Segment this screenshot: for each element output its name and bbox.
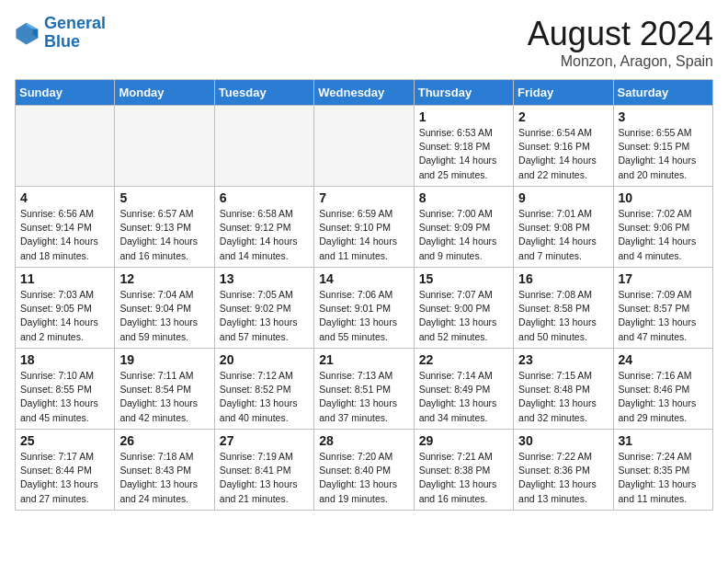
calendar-cell: 15Sunrise: 7:07 AM Sunset: 9:00 PM Dayli…	[414, 268, 513, 349]
day-info: Sunrise: 7:22 AM Sunset: 8:36 PM Dayligh…	[518, 450, 608, 506]
day-number: 8	[419, 190, 508, 205]
day-info: Sunrise: 7:16 AM Sunset: 8:46 PM Dayligh…	[619, 369, 708, 425]
col-header-wednesday: Wednesday	[314, 80, 414, 106]
calendar-cell: 31Sunrise: 7:24 AM Sunset: 8:35 PM Dayli…	[613, 430, 712, 511]
calendar-cell	[115, 106, 214, 187]
calendar-cell: 26Sunrise: 7:18 AM Sunset: 8:43 PM Dayli…	[115, 430, 214, 511]
week-row-1: 1Sunrise: 6:53 AM Sunset: 9:18 PM Daylig…	[16, 106, 713, 187]
day-number: 17	[619, 271, 708, 286]
day-number: 6	[220, 190, 309, 205]
day-number: 27	[220, 433, 309, 448]
day-number: 24	[619, 352, 708, 367]
day-info: Sunrise: 7:10 AM Sunset: 8:55 PM Dayligh…	[20, 369, 109, 425]
day-info: Sunrise: 7:08 AM Sunset: 8:58 PM Dayligh…	[518, 288, 608, 344]
day-number: 18	[20, 352, 109, 367]
day-number: 15	[419, 271, 508, 286]
col-header-thursday: Thursday	[414, 80, 513, 106]
calendar-cell: 17Sunrise: 7:09 AM Sunset: 8:57 PM Dayli…	[613, 268, 712, 349]
day-number: 28	[319, 433, 408, 448]
title-section: August 2024 Monzon, Aragon, Spain	[528, 15, 713, 70]
calendar-cell: 29Sunrise: 7:21 AM Sunset: 8:38 PM Dayli…	[414, 430, 513, 511]
day-number: 19	[119, 352, 209, 367]
week-row-4: 18Sunrise: 7:10 AM Sunset: 8:55 PM Dayli…	[16, 349, 713, 430]
calendar-table: SundayMondayTuesdayWednesdayThursdayFrid…	[15, 79, 713, 511]
day-info: Sunrise: 6:59 AM Sunset: 9:10 PM Dayligh…	[319, 207, 408, 263]
calendar-cell: 30Sunrise: 7:22 AM Sunset: 8:36 PM Dayli…	[514, 430, 613, 511]
week-row-2: 4Sunrise: 6:56 AM Sunset: 9:14 PM Daylig…	[16, 187, 713, 268]
day-info: Sunrise: 7:00 AM Sunset: 9:09 PM Dayligh…	[419, 207, 508, 263]
header: General Blue August 2024 Monzon, Aragon,…	[15, 15, 713, 70]
week-row-3: 11Sunrise: 7:03 AM Sunset: 9:05 PM Dayli…	[16, 268, 713, 349]
day-number: 12	[119, 271, 209, 286]
day-info: Sunrise: 7:18 AM Sunset: 8:43 PM Dayligh…	[119, 450, 209, 506]
day-number: 3	[619, 109, 708, 124]
day-number: 5	[119, 190, 209, 205]
day-info: Sunrise: 7:13 AM Sunset: 8:51 PM Dayligh…	[319, 369, 408, 425]
calendar-cell: 20Sunrise: 7:12 AM Sunset: 8:52 PM Dayli…	[214, 349, 313, 430]
day-number: 2	[518, 109, 608, 124]
day-info: Sunrise: 7:20 AM Sunset: 8:40 PM Dayligh…	[319, 450, 408, 506]
day-number: 23	[518, 352, 608, 367]
col-header-sunday: Sunday	[16, 80, 115, 106]
logo-general: General	[44, 14, 106, 32]
calendar-cell: 18Sunrise: 7:10 AM Sunset: 8:55 PM Dayli…	[16, 349, 115, 430]
calendar-cell: 1Sunrise: 6:53 AM Sunset: 9:18 PM Daylig…	[414, 106, 513, 187]
day-info: Sunrise: 6:55 AM Sunset: 9:15 PM Dayligh…	[619, 126, 708, 182]
calendar-cell: 23Sunrise: 7:15 AM Sunset: 8:48 PM Dayli…	[514, 349, 613, 430]
calendar-cell: 24Sunrise: 7:16 AM Sunset: 8:46 PM Dayli…	[613, 349, 712, 430]
calendar-cell	[214, 106, 313, 187]
logo-blue: Blue	[44, 32, 80, 51]
day-info: Sunrise: 6:56 AM Sunset: 9:14 PM Dayligh…	[20, 207, 109, 263]
calendar-cell: 6Sunrise: 6:58 AM Sunset: 9:12 PM Daylig…	[214, 187, 313, 268]
calendar-cell: 21Sunrise: 7:13 AM Sunset: 8:51 PM Dayli…	[314, 349, 414, 430]
day-number: 31	[619, 433, 708, 448]
day-number: 9	[518, 190, 608, 205]
calendar-cell: 27Sunrise: 7:19 AM Sunset: 8:41 PM Dayli…	[214, 430, 313, 511]
subtitle: Monzon, Aragon, Spain	[528, 53, 713, 70]
calendar-cell: 16Sunrise: 7:08 AM Sunset: 8:58 PM Dayli…	[514, 268, 613, 349]
day-number: 7	[319, 190, 408, 205]
day-number: 30	[518, 433, 608, 448]
calendar-cell	[16, 106, 115, 187]
day-info: Sunrise: 7:09 AM Sunset: 8:57 PM Dayligh…	[619, 288, 708, 344]
day-info: Sunrise: 6:57 AM Sunset: 9:13 PM Dayligh…	[119, 207, 209, 263]
calendar-cell: 3Sunrise: 6:55 AM Sunset: 9:15 PM Daylig…	[613, 106, 712, 187]
calendar-cell: 10Sunrise: 7:02 AM Sunset: 9:06 PM Dayli…	[613, 187, 712, 268]
day-number: 22	[419, 352, 508, 367]
calendar-cell	[314, 106, 414, 187]
day-number: 4	[20, 190, 109, 205]
day-number: 20	[220, 352, 309, 367]
day-info: Sunrise: 7:07 AM Sunset: 9:00 PM Dayligh…	[419, 288, 508, 344]
logo: General Blue	[15, 15, 106, 52]
day-number: 14	[319, 271, 408, 286]
day-info: Sunrise: 7:06 AM Sunset: 9:01 PM Dayligh…	[319, 288, 408, 344]
day-info: Sunrise: 7:12 AM Sunset: 8:52 PM Dayligh…	[220, 369, 309, 425]
col-header-monday: Monday	[115, 80, 214, 106]
day-number: 25	[20, 433, 109, 448]
day-info: Sunrise: 7:11 AM Sunset: 8:54 PM Dayligh…	[119, 369, 209, 425]
day-number: 26	[119, 433, 209, 448]
day-info: Sunrise: 6:53 AM Sunset: 9:18 PM Dayligh…	[419, 126, 508, 182]
day-info: Sunrise: 7:24 AM Sunset: 8:35 PM Dayligh…	[619, 450, 708, 506]
calendar-cell: 25Sunrise: 7:17 AM Sunset: 8:44 PM Dayli…	[16, 430, 115, 511]
day-info: Sunrise: 7:17 AM Sunset: 8:44 PM Dayligh…	[20, 450, 109, 506]
calendar-cell: 5Sunrise: 6:57 AM Sunset: 9:13 PM Daylig…	[115, 187, 214, 268]
day-info: Sunrise: 7:03 AM Sunset: 9:05 PM Dayligh…	[20, 288, 109, 344]
week-row-5: 25Sunrise: 7:17 AM Sunset: 8:44 PM Dayli…	[16, 430, 713, 511]
calendar-cell: 11Sunrise: 7:03 AM Sunset: 9:05 PM Dayli…	[16, 268, 115, 349]
day-info: Sunrise: 7:04 AM Sunset: 9:04 PM Dayligh…	[119, 288, 209, 344]
day-info: Sunrise: 7:05 AM Sunset: 9:02 PM Dayligh…	[220, 288, 309, 344]
calendar-cell: 8Sunrise: 7:00 AM Sunset: 9:09 PM Daylig…	[414, 187, 513, 268]
calendar-cell: 19Sunrise: 7:11 AM Sunset: 8:54 PM Dayli…	[115, 349, 214, 430]
day-number: 16	[518, 271, 608, 286]
calendar-cell: 28Sunrise: 7:20 AM Sunset: 8:40 PM Dayli…	[314, 430, 414, 511]
day-info: Sunrise: 6:54 AM Sunset: 9:16 PM Dayligh…	[518, 126, 608, 182]
day-info: Sunrise: 7:01 AM Sunset: 9:08 PM Dayligh…	[518, 207, 608, 263]
main-title: August 2024	[528, 15, 713, 53]
day-number: 29	[419, 433, 508, 448]
day-number: 1	[419, 109, 508, 124]
col-header-saturday: Saturday	[613, 80, 712, 106]
calendar-cell: 2Sunrise: 6:54 AM Sunset: 9:16 PM Daylig…	[514, 106, 613, 187]
day-number: 13	[220, 271, 309, 286]
day-number: 21	[319, 352, 408, 367]
